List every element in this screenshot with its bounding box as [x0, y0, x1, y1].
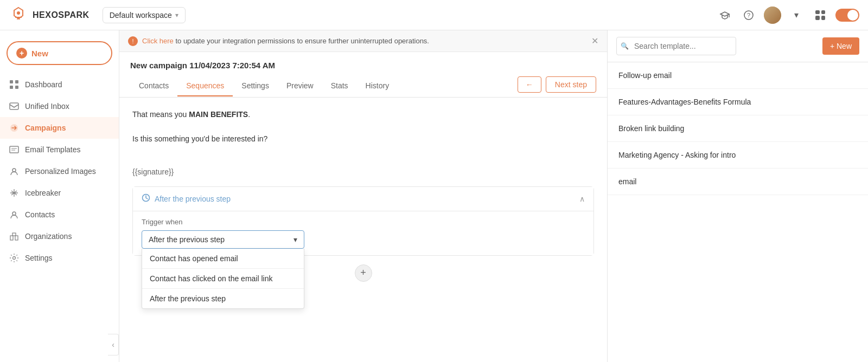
new-button-label: New [31, 49, 48, 58]
campaign-header: New campaign 11/04/2023 7:20:54 AM Conta… [119, 52, 607, 98]
template-name-broken-link: Broken link building [618, 124, 684, 133]
logo-area: HEXOSPARK [9, 5, 90, 25]
svg-text:?: ? [747, 12, 750, 18]
sidebar-label-unified-inbox: Unified Inbox [25, 102, 69, 111]
svg-rect-14 [10, 146, 18, 153]
trigger-body: Trigger when After the previous step ▾ C… [133, 211, 593, 255]
svg-rect-8 [10, 80, 13, 83]
sidebar-item-settings[interactable]: Settings [0, 247, 119, 269]
clock-icon [142, 193, 150, 204]
search-icon-wrapper [616, 37, 818, 55]
workspace-name: Default workspace [110, 11, 172, 20]
contacts-icon [9, 209, 20, 220]
template-item-marketing-agency[interactable]: Marketing Agency - Asking for intro [608, 142, 868, 169]
template-name-fab: Features-Advantages-Benefits Formula [618, 98, 751, 106]
sidebar-label-organizations: Organizations [25, 232, 72, 241]
trigger-dropdown-chevron-icon: ▾ [293, 235, 297, 244]
workspace-selector[interactable]: Default workspace ▾ [103, 7, 186, 23]
hexospark-logo [9, 5, 28, 25]
icebreaker-icon [9, 188, 20, 198]
tab-preview[interactable]: Preview [278, 77, 322, 96]
svg-rect-19 [10, 236, 13, 240]
template-name-email: email [618, 177, 636, 186]
template-search-input[interactable] [616, 37, 736, 55]
template-item-broken-link[interactable]: Broken link building [608, 115, 868, 142]
notification-close-button[interactable]: ✕ [591, 36, 598, 46]
tab-history[interactable]: History [357, 77, 398, 96]
top-bar: HEXOSPARK Default workspace ▾ ? ▾ [0, 0, 868, 30]
app-wrapper: HEXOSPARK Default workspace ▾ ? ▾ [0, 0, 868, 362]
tab-stats[interactable]: Stats [322, 77, 357, 96]
trigger-chevron-icon: ∧ [579, 195, 585, 203]
template-item-fab[interactable]: Features-Advantages-Benefits Formula [608, 89, 868, 115]
sidebar-label-dashboard: Dashboard [25, 80, 62, 89]
template-item-email[interactable]: email [608, 169, 868, 195]
trigger-option-opened[interactable]: Contact has opened email [142, 249, 304, 268]
sidebar-collapse-button[interactable]: ‹ [108, 334, 119, 355]
trigger-dropdown[interactable]: After the previous step ▾ [142, 230, 304, 249]
next-step-button[interactable]: Next step [546, 76, 596, 93]
campaigns-icon [9, 122, 20, 133]
tab-settings[interactable]: Settings [233, 77, 278, 96]
template-name-follow-up: Follow-up email [618, 71, 672, 80]
graduation-icon[interactable] [716, 7, 733, 24]
email-body-text: That means you MAIN BENEFITS. Is this so… [132, 108, 594, 178]
main-area: + New Dashboard Unified Inbox Campai [0, 30, 868, 362]
template-new-button[interactable]: + New [822, 37, 859, 55]
template-list: Follow-up email Features-Advantages-Bene… [608, 62, 868, 362]
trigger-option-after-previous[interactable]: After the previous step [142, 289, 304, 308]
avatar[interactable] [764, 7, 781, 24]
grid-icon-inner [815, 10, 825, 20]
sidebar-item-organizations[interactable]: Organizations [0, 225, 119, 247]
tab-sequences[interactable]: Sequences [177, 77, 233, 96]
organizations-icon [9, 231, 20, 242]
email-line-2: Is this something you'd be interested in… [132, 133, 594, 145]
trigger-label-text: After the previous step [155, 195, 231, 203]
trigger-dropdown-options: Contact has opened email Contact has cli… [142, 249, 304, 309]
trigger-when-label: Trigger when [142, 218, 585, 226]
grid-apps-icon[interactable] [812, 7, 829, 24]
dashboard-icon [9, 79, 20, 90]
sidebar-label-contacts: Contacts [25, 210, 55, 219]
sidebar-label-email-templates: Email Templates [25, 145, 80, 154]
sidebar-item-personalized-images[interactable]: Personalized Images [0, 160, 119, 182]
sidebar-item-icebreaker[interactable]: Icebreaker [0, 182, 119, 204]
notification-link[interactable]: Click here [142, 37, 174, 45]
trigger-selected-value: After the previous step [149, 235, 225, 244]
trigger-section: After the previous step ∧ Trigger when A… [132, 186, 594, 256]
email-signature: {{signature}} [132, 166, 594, 178]
workspace-chevron-icon: ▾ [175, 11, 178, 19]
feature-toggle[interactable] [835, 9, 859, 22]
sidebar-label-icebreaker: Icebreaker [25, 189, 61, 197]
svg-rect-9 [15, 80, 18, 83]
sidebar-item-dashboard[interactable]: Dashboard [0, 74, 119, 95]
email-templates-icon [9, 144, 20, 155]
sidebar-item-contacts[interactable]: Contacts [0, 204, 119, 225]
svg-rect-10 [10, 86, 13, 89]
sidebar-label-campaigns: Campaigns [25, 124, 66, 132]
add-step-button[interactable]: + [355, 264, 372, 282]
trigger-dropdown-wrapper: After the previous step ▾ Contact has op… [142, 230, 304, 249]
email-line-1: That means you MAIN BENEFITS. [132, 108, 594, 120]
sidebar-item-campaigns[interactable]: Campaigns [0, 117, 119, 139]
sidebar-item-email-templates[interactable]: Email Templates [0, 139, 119, 160]
trigger-option-clicked[interactable]: Contact has clicked on the email link [142, 269, 304, 288]
sidebar-label-settings: Settings [25, 254, 53, 262]
avatar-image [764, 7, 781, 24]
trigger-header[interactable]: After the previous step ∧ [133, 187, 593, 211]
content-area: ! Click here to update your integration … [119, 30, 868, 362]
new-button[interactable]: + New [7, 41, 112, 65]
sequence-body: That means you MAIN BENEFITS. Is this so… [119, 98, 607, 362]
svg-point-18 [12, 212, 16, 215]
svg-point-2 [17, 11, 20, 15]
campaign-panel: ! Click here to update your integration … [119, 30, 608, 362]
sidebar-item-unified-inbox[interactable]: Unified Inbox [0, 95, 119, 117]
template-item-follow-up[interactable]: Follow-up email [608, 62, 868, 89]
help-icon[interactable]: ? [740, 7, 757, 24]
tab-contacts[interactable]: Contacts [130, 77, 177, 96]
svg-rect-12 [10, 103, 18, 109]
account-chevron-icon[interactable]: ▾ [788, 7, 805, 24]
notification-text: Click here to update your integration pe… [142, 37, 429, 45]
prev-step-button[interactable]: ← [518, 76, 541, 93]
sidebar-label-personalized-images: Personalized Images [25, 167, 96, 176]
